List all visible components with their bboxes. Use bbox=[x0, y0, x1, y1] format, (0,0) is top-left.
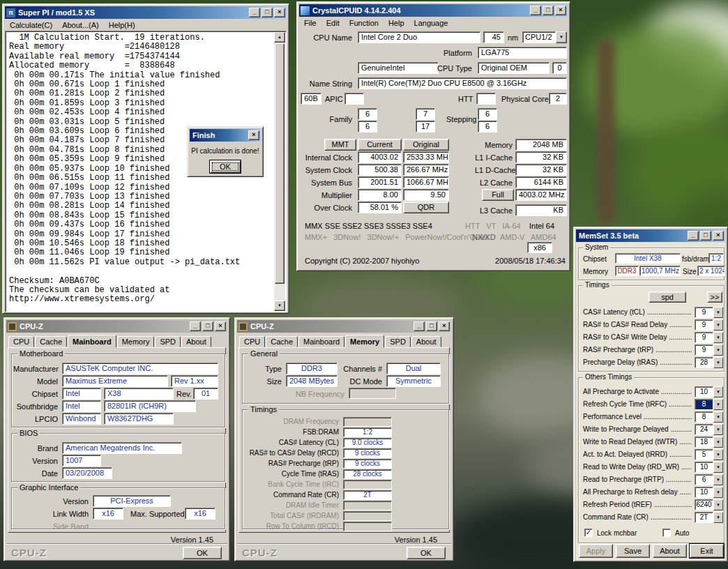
precharge-delay-value[interactable]: 28 bbox=[695, 357, 713, 368]
all-precharge-refresh-value[interactable]: 10 bbox=[695, 487, 713, 498]
dropdown-arrow-icon[interactable]: ▼ bbox=[556, 31, 567, 43]
auto-checkbox[interactable] bbox=[662, 529, 671, 537]
qdr-button[interactable]: QDR bbox=[403, 202, 449, 213]
ras-precharge-value[interactable]: 9 bbox=[695, 344, 713, 356]
dropdown-arrow-icon[interactable]: ▼ bbox=[713, 437, 723, 448]
cpuz-mem-ok-button[interactable]: OK bbox=[407, 547, 446, 559]
tab-cpu[interactable]: CPU bbox=[239, 336, 265, 347]
memset-titlebar[interactable]: MemSet 3.5 beta _ □ × bbox=[576, 229, 725, 242]
command-rate-value[interactable]: 2T bbox=[695, 512, 713, 523]
cpuz-mb-close-button[interactable]: × bbox=[215, 321, 226, 331]
about-button[interactable]: About bbox=[653, 544, 687, 558]
ras-cas-read-dropdown[interactable]: 9▼ bbox=[695, 319, 723, 331]
dropdown-arrow-icon[interactable]: ▼ bbox=[713, 449, 723, 460]
tab-cpu[interactable]: CPU bbox=[8, 336, 34, 347]
tab-memory[interactable]: Memory bbox=[117, 336, 155, 347]
dropdown-arrow-icon[interactable]: ▼ bbox=[713, 319, 723, 331]
tab-spd[interactable]: SPD bbox=[155, 336, 181, 347]
cpu-select-value[interactable]: CPU1/2 bbox=[522, 31, 556, 43]
cas-latency-dropdown[interactable]: 9▼ bbox=[695, 307, 723, 318]
tab-cache[interactable]: Cache bbox=[266, 336, 298, 347]
dropdown-arrow-icon[interactable]: ▼ bbox=[713, 474, 723, 485]
scroll-up-icon[interactable]: ▲ bbox=[274, 32, 285, 43]
ras-cas-read-value[interactable]: 9 bbox=[695, 319, 713, 331]
write-precharge-value[interactable]: 24 bbox=[695, 424, 713, 435]
dropdown-arrow-icon[interactable]: ▼ bbox=[713, 487, 723, 498]
finish-ok-button[interactable]: OK bbox=[210, 160, 241, 173]
superpi-titlebar[interactable]: π Super PI / mod1.5 XS _ □ × bbox=[5, 6, 287, 19]
performance-level-value[interactable]: 8 bbox=[695, 411, 713, 423]
cpuz-mb-ok-button[interactable]: OK bbox=[183, 547, 222, 559]
finish-close-button[interactable]: × bbox=[248, 130, 259, 140]
spd-button[interactable]: spd bbox=[649, 291, 686, 303]
cpuz-mem-titlebar[interactable]: CPU-Z _ □ × bbox=[237, 320, 451, 333]
crystal-menu-help[interactable]: Help bbox=[384, 18, 409, 28]
refresh-cycle-time-value[interactable]: 8 bbox=[695, 399, 713, 410]
refresh-cycle-time-dropdown[interactable]: 8▼ bbox=[695, 399, 723, 410]
cpuz-mb-titlebar[interactable]: CPU-Z _ □ × bbox=[6, 320, 227, 333]
scroll-down-icon[interactable]: ▼ bbox=[274, 301, 285, 311]
dropdown-arrow-icon[interactable]: ▼ bbox=[713, 357, 723, 368]
dropdown-arrow-icon[interactable]: ▼ bbox=[713, 462, 723, 473]
crystal-menu-edit[interactable]: Edit bbox=[321, 18, 344, 28]
memset-close-button[interactable]: × bbox=[713, 231, 724, 241]
crystalcpuid-titlebar[interactable]: CrystalCPUID 4.14.2.404 _ □ × bbox=[299, 4, 568, 17]
ras-cas-write-value[interactable]: 9 bbox=[695, 332, 713, 343]
cpuz-mem-minimize-button[interactable]: _ bbox=[414, 321, 425, 331]
dropdown-arrow-icon[interactable]: ▼ bbox=[713, 399, 723, 410]
dropdown-arrow-icon[interactable]: ▼ bbox=[713, 512, 723, 523]
act-act-value[interactable]: 5 bbox=[695, 449, 713, 460]
dropdown-arrow-icon[interactable]: ▼ bbox=[713, 386, 723, 397]
performance-level-dropdown[interactable]: 8▼ bbox=[695, 411, 723, 423]
dropdown-arrow-icon[interactable]: ▼ bbox=[713, 332, 723, 343]
tab-spd[interactable]: SPD bbox=[385, 336, 411, 347]
tab-mainboard[interactable]: Mainboard bbox=[68, 335, 116, 348]
full-button[interactable]: Full bbox=[482, 189, 514, 201]
ras-precharge-dropdown[interactable]: 9▼ bbox=[695, 344, 723, 356]
cpuz-mb-minimize-button[interactable]: _ bbox=[190, 321, 201, 331]
read-write-delay-dropdown[interactable]: 10▼ bbox=[695, 462, 723, 473]
refresh-period-dropdown[interactable]: 6240▼ bbox=[695, 499, 723, 510]
cas-latency-value[interactable]: 9 bbox=[695, 307, 713, 318]
superpi-menu-calculate[interactable]: Calculate(C) bbox=[5, 20, 57, 30]
precharge-delay-dropdown[interactable]: 28▼ bbox=[695, 357, 723, 368]
all-precharge-activate-value[interactable]: 10 bbox=[695, 386, 713, 397]
superpi-scrollbar-thumb[interactable] bbox=[275, 43, 285, 284]
crystalcpuid-minimize-button[interactable]: _ bbox=[530, 6, 541, 15]
memset-minimize-button[interactable]: _ bbox=[688, 231, 699, 241]
expand-button[interactable]: >> bbox=[707, 291, 722, 303]
superpi-scrollbar[interactable]: ▲ ▼ bbox=[274, 32, 285, 311]
act-act-dropdown[interactable]: 5▼ bbox=[695, 449, 723, 460]
superpi-close-button[interactable]: × bbox=[274, 8, 285, 17]
write-precharge-dropdown[interactable]: 24▼ bbox=[695, 424, 723, 435]
superpi-minimize-button[interactable]: _ bbox=[249, 8, 260, 17]
lock-mchbar-checkbox[interactable]: ✓ bbox=[584, 529, 593, 537]
tab-cache[interactable]: Cache bbox=[35, 336, 67, 347]
all-precharge-refresh-dropdown[interactable]: 10▼ bbox=[695, 487, 723, 498]
dropdown-arrow-icon[interactable]: ▼ bbox=[713, 424, 723, 435]
crystal-menu-file[interactable]: File bbox=[299, 18, 321, 28]
memset-maximize-button[interactable]: □ bbox=[700, 231, 711, 241]
tab-mainboard[interactable]: Mainboard bbox=[298, 336, 344, 347]
crystal-menu-function[interactable]: Function bbox=[344, 18, 384, 28]
superpi-maximize-button[interactable]: □ bbox=[261, 8, 273, 17]
exit-button[interactable]: Exit bbox=[690, 544, 724, 558]
read-precharge-dropdown[interactable]: 6▼ bbox=[695, 474, 723, 485]
mmt-button[interactable]: MMT bbox=[324, 139, 356, 151]
write-read-dropdown[interactable]: 18▼ bbox=[695, 437, 723, 448]
dropdown-arrow-icon[interactable]: ▼ bbox=[713, 307, 723, 318]
cpuz-mb-maximize-button[interactable]: □ bbox=[202, 321, 213, 331]
cpuz-mem-maximize-button[interactable]: □ bbox=[426, 321, 437, 331]
dropdown-arrow-icon[interactable]: ▼ bbox=[713, 411, 723, 423]
refresh-period-value[interactable]: 6240 bbox=[695, 499, 713, 510]
crystal-menu-language[interactable]: Language bbox=[409, 18, 453, 28]
write-read-value[interactable]: 18 bbox=[695, 437, 713, 448]
cpuz-mem-close-button[interactable]: × bbox=[439, 321, 450, 331]
superpi-menu-about[interactable]: About...(A) bbox=[57, 20, 104, 30]
superpi-menu-help[interactable]: Help(H) bbox=[104, 20, 140, 30]
dropdown-arrow-icon[interactable]: ▼ bbox=[713, 499, 723, 510]
ras-cas-write-dropdown[interactable]: 9▼ bbox=[695, 332, 723, 343]
cpu-select-dropdown[interactable]: CPU1/2 ▼ bbox=[522, 31, 567, 43]
dropdown-arrow-icon[interactable]: ▼ bbox=[713, 344, 723, 356]
crystalcpuid-close-button[interactable]: × bbox=[555, 6, 566, 15]
